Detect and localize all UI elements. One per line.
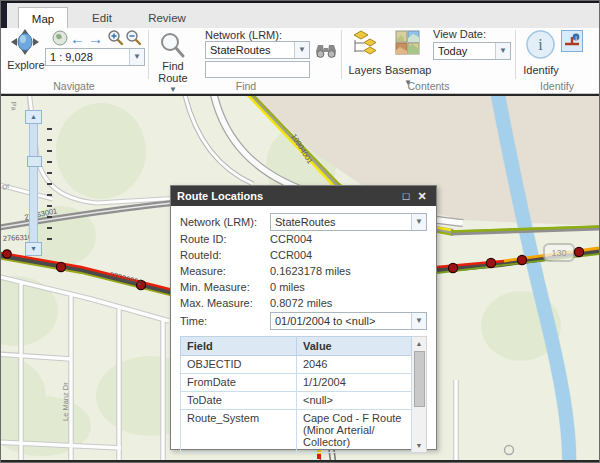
dialog-title: Route Locations <box>177 186 263 206</box>
slider-tick <box>47 139 52 141</box>
slider-up-button[interactable]: ▲ <box>25 110 42 124</box>
routeid-value: CCR004 <box>270 249 312 261</box>
scrollbar-up-icon[interactable]: ▲ <box>416 337 423 350</box>
slider-tick <box>47 238 52 240</box>
route-marker[interactable] <box>448 263 457 272</box>
forward-arrow-icon[interactable]: → <box>88 31 103 47</box>
find-route-button[interactable]: Find Route <box>151 60 195 84</box>
route-locations-dialog: Route Locations □ ✕ Network (LRM): State… <box>170 185 437 450</box>
maximize-icon[interactable]: □ <box>398 186 414 206</box>
back-arrow-icon[interactable]: ← <box>70 31 85 47</box>
zoom-in-icon[interactable] <box>107 29 124 47</box>
identify-route-tool-button[interactable]: i <box>561 30 583 52</box>
route-marker[interactable] <box>3 250 11 258</box>
tab-map[interactable]: Map <box>18 7 68 30</box>
close-icon[interactable]: ✕ <box>414 186 430 206</box>
group-label-identify: Identify <box>515 80 599 92</box>
time-combobox[interactable]: 01/01/2004 to <null> ▼ <box>270 312 427 330</box>
slider-tick <box>47 227 52 229</box>
network-field-combobox[interactable]: StateRoutes ▼ <box>270 213 427 231</box>
map-view[interactable]: 130 27663001 27663101 27726001 10904001 … <box>1 94 599 462</box>
field-cell: ToDate <box>181 391 297 409</box>
table-row[interactable]: Route_System Cape Cod - F Route (Minor A… <box>181 409 412 452</box>
window-corner <box>1 3 7 30</box>
table-row[interactable]: ToDate <null> <box>181 391 412 409</box>
tab-review[interactable]: Review <box>137 7 197 30</box>
view-date-value: Today <box>434 43 495 59</box>
chevron-down-icon[interactable]: ▼ <box>294 42 309 58</box>
full-extent-globe-icon[interactable] <box>52 30 68 46</box>
slider-tick <box>47 205 52 207</box>
min-measure-label: Min. Measure: <box>180 281 270 293</box>
find-route-icon <box>159 32 186 59</box>
slider-track[interactable] <box>29 124 38 242</box>
group-label-navigate: Navigate <box>19 80 129 92</box>
table-scrollbar[interactable]: ▲ ▼ <box>412 336 427 453</box>
network-field-value: StateRoutes <box>271 214 411 230</box>
network-field-label: Network (LRM): <box>180 216 270 228</box>
route-marker[interactable] <box>517 255 526 264</box>
identify-button[interactable]: Identify <box>516 64 566 76</box>
basemap-icon <box>395 30 420 55</box>
find-route-label-2: Route <box>151 72 195 84</box>
route-id-value: CCR004 <box>270 233 312 245</box>
tab-edit[interactable]: Edit <box>79 7 125 30</box>
slider-tick <box>47 216 52 218</box>
route-marker[interactable] <box>486 258 495 267</box>
binoculars-icon[interactable] <box>315 41 337 60</box>
slider-tick <box>47 150 52 152</box>
scale-value: 1 : 9,028 <box>46 49 129 65</box>
scrollbar-down-icon[interactable]: ▼ <box>416 439 423 452</box>
max-measure-label: Max. Measure: <box>180 297 270 309</box>
map-zoom-slider[interactable]: ▲ ▼ <box>25 110 42 256</box>
chevron-down-icon[interactable]: ▼ <box>495 43 510 59</box>
group-separator <box>341 30 342 79</box>
route-id-label: Route ID: <box>180 233 270 245</box>
value-cell: <null> <box>297 391 412 409</box>
scrollbar-thumb[interactable] <box>414 351 425 407</box>
value-cell: 1/1/2004 <box>297 373 412 391</box>
view-date-combobox[interactable]: Today ▼ <box>433 42 511 60</box>
ribbon: Explore ← → 1 : 9,028 ▼ Navigate Find <box>1 28 599 94</box>
street-label: Le Manz Dr <box>61 382 70 421</box>
route-marker[interactable] <box>56 262 65 271</box>
network-lrm-combobox[interactable]: StateRoutes ▼ <box>205 41 310 59</box>
dialog-body: Network (LRM): StateRoutes ▼ Route ID: C… <box>171 206 436 457</box>
field-cell: FromDate <box>181 373 297 391</box>
slider-tick <box>47 183 52 185</box>
slider-handle[interactable] <box>27 156 42 167</box>
find-route-label-1: Find <box>151 60 195 72</box>
table-row[interactable]: FromDate 1/1/2004 <box>181 373 412 391</box>
slider-tick <box>47 161 52 163</box>
basemap-button[interactable]: Basemap <box>385 64 431 76</box>
chevron-down-icon[interactable]: ▼ <box>411 214 426 230</box>
chevron-down-icon[interactable]: ▼ <box>411 313 426 329</box>
find-route-dropdown-icon[interactable]: ▼ <box>151 85 195 94</box>
value-cell: Cape Cod - F Route (Minor Arterial/ Coll… <box>297 409 412 452</box>
explore-button[interactable]: Explore <box>3 59 49 71</box>
svg-text:130: 130 <box>551 248 566 258</box>
slider-down-button[interactable]: ▼ <box>25 242 42 256</box>
layers-button[interactable]: Layers <box>344 64 386 76</box>
time-value: 01/01/2004 to <null> <box>271 313 411 329</box>
group-label-contents: Contents <box>376 80 481 92</box>
table-row[interactable]: OBJECTID 2046 <box>181 356 412 374</box>
network-lrm-value: StateRoutes <box>206 42 294 58</box>
route-id-input[interactable] <box>205 61 310 78</box>
identify-icon: i <box>525 29 556 60</box>
table-header-row: Field Value <box>181 337 412 356</box>
value-column-header[interactable]: Value <box>297 337 412 356</box>
min-measure-value: 0 miles <box>270 281 305 293</box>
explore-compass-icon[interactable] <box>9 28 41 58</box>
dialog-titlebar[interactable]: Route Locations □ ✕ <box>171 186 436 206</box>
slider-tick <box>47 128 52 130</box>
route-marker[interactable] <box>574 247 583 256</box>
measure-label: Measure: <box>180 265 270 277</box>
field-column-header[interactable]: Field <box>181 337 297 356</box>
scale-combobox[interactable]: 1 : 9,028 ▼ <box>45 48 145 66</box>
group-separator <box>148 30 149 79</box>
field-cell: OBJECTID <box>181 356 297 374</box>
chevron-down-icon[interactable]: ▼ <box>129 49 144 65</box>
ribbon-tabbar: Map Edit Review <box>1 1 599 28</box>
zoom-out-icon[interactable] <box>125 29 142 47</box>
